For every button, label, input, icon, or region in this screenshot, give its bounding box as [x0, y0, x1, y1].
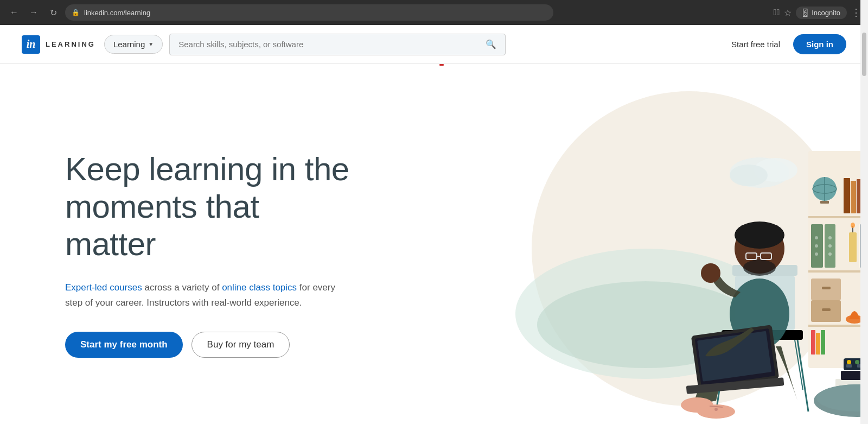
linkedin-letter: in: [27, 38, 36, 50]
search-bar[interactable]: 🔍: [169, 34, 506, 55]
headline-line3: matter: [65, 226, 156, 262]
buy-for-team-button[interactable]: Buy for my team: [192, 332, 290, 358]
svg-point-20: [815, 244, 818, 248]
start-free-trial-link[interactable]: Start free trial: [731, 40, 780, 49]
nav-dropdown-label: Learning: [113, 40, 145, 49]
header-right: Start free trial Sign in: [731, 34, 846, 54]
search-icon[interactable]: 🔍: [486, 39, 496, 49]
svg-rect-39: [822, 287, 831, 289]
refresh-button[interactable]: ↻: [46, 5, 61, 20]
svg-rect-14: [844, 178, 850, 213]
svg-point-58: [743, 260, 776, 276]
back-button[interactable]: ←: [7, 5, 22, 20]
start-free-month-button[interactable]: Start my free month: [65, 332, 183, 358]
incognito-icon: 🁽: [802, 9, 808, 17]
svg-rect-77: [439, 64, 444, 66]
expert-led-link[interactable]: Expert-led courses: [65, 282, 142, 293]
svg-rect-45: [811, 330, 815, 355]
hero-illustration: [439, 64, 868, 422]
svg-rect-25: [849, 232, 857, 262]
svg-point-57: [735, 222, 784, 249]
eye-slash-icon[interactable]: 👁̸: [774, 8, 780, 17]
svg-point-66: [714, 408, 718, 411]
svg-point-76: [855, 360, 859, 364]
hero-section: Keep learning in the moments that matter…: [0, 64, 868, 422]
svg-point-23: [828, 244, 832, 248]
svg-point-62: [701, 263, 720, 283]
search-input[interactable]: [178, 40, 486, 49]
svg-point-19: [815, 236, 818, 239]
svg-rect-46: [816, 333, 820, 355]
browser-chrome: ← → ↻ 🔒 linkedin.com/learning 👁̸ ☆ 🁽 Inc…: [0, 0, 868, 25]
address-bar[interactable]: 🔒 linkedin.com/learning: [65, 4, 553, 21]
svg-rect-40: [822, 308, 831, 311]
svg-point-27: [851, 223, 855, 228]
svg-point-24: [828, 252, 832, 256]
svg-rect-15: [851, 181, 856, 213]
site-header: in LEARNING Learning ▼ 🔍 Start free tria…: [0, 25, 868, 64]
scrollbar[interactable]: [860, 0, 868, 422]
logo-link[interactable]: in LEARNING: [22, 35, 95, 54]
svg-rect-8: [808, 270, 868, 273]
forward-button[interactable]: →: [26, 5, 41, 20]
linkedin-logo-box: in: [22, 35, 40, 54]
svg-rect-78: [846, 364, 852, 368]
hero-buttons: Start my free month Buy for my team: [65, 332, 349, 358]
hero-headline: Keep learning in the moments that matter: [65, 150, 349, 263]
incognito-button[interactable]: 🁽 Incognito: [796, 7, 847, 19]
url-text: linkedin.com/learning: [84, 9, 547, 17]
svg-rect-13: [820, 201, 829, 204]
nav-dropdown[interactable]: Learning ▼: [104, 35, 163, 54]
svg-point-22: [828, 236, 832, 239]
svg-point-21: [815, 252, 818, 256]
headline-line1: Keep learning in the: [65, 151, 349, 187]
hero-content: Keep learning in the moments that matter…: [65, 150, 349, 357]
chevron-down-icon: ▼: [148, 41, 154, 47]
svg-rect-47: [821, 330, 825, 355]
scrollbar-thumb[interactable]: [862, 33, 866, 76]
star-icon[interactable]: ☆: [784, 8, 792, 18]
svg-rect-9: [808, 325, 868, 327]
browser-right-controls: 👁̸ ☆ 🁽 Incognito ⋮: [774, 7, 861, 19]
svg-point-75: [847, 360, 851, 364]
headline-line2: moments that: [65, 188, 259, 225]
online-class-link[interactable]: online class topics: [222, 282, 297, 293]
incognito-label: Incognito: [812, 9, 840, 17]
hero-svg: [439, 64, 868, 422]
logo-text: LEARNING: [46, 40, 95, 48]
svg-rect-7: [808, 216, 868, 218]
sign-in-button[interactable]: Sign in: [793, 34, 846, 54]
svg-point-5: [730, 164, 768, 186]
hero-subtext: Expert-led courses across a variety of o…: [65, 280, 336, 309]
lock-icon: 🔒: [72, 9, 80, 16]
